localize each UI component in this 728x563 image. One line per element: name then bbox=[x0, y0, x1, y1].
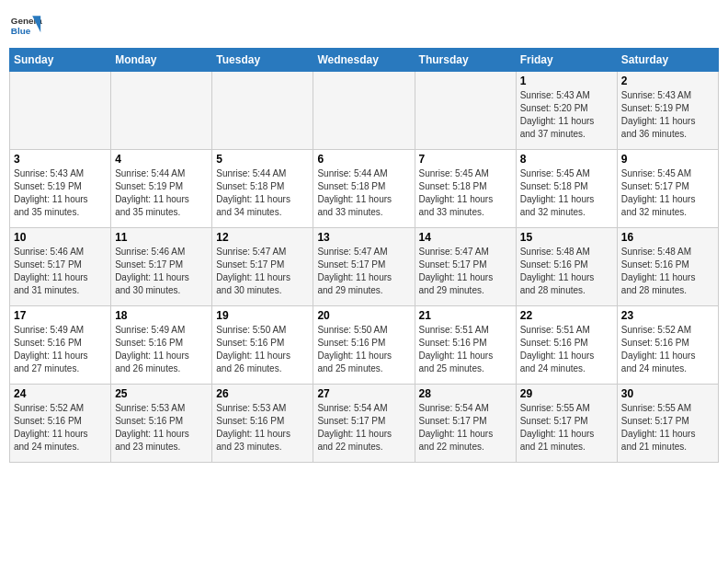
day-number: 1 bbox=[520, 75, 613, 87]
logo-icon: General Blue bbox=[9, 9, 42, 42]
calendar-cell: 3Sunrise: 5:43 AM Sunset: 5:19 PM Daylig… bbox=[10, 150, 111, 228]
day-info: Sunrise: 5:53 AM Sunset: 5:16 PM Dayligh… bbox=[216, 402, 309, 454]
calendar-cell: 6Sunrise: 5:44 AM Sunset: 5:18 PM Daylig… bbox=[313, 150, 415, 228]
day-number: 19 bbox=[216, 309, 309, 322]
day-header-thursday: Thursday bbox=[415, 49, 516, 72]
day-header-wednesday: Wednesday bbox=[313, 49, 415, 72]
calendar-header-row: SundayMondayTuesdayWednesdayThursdayFrid… bbox=[10, 49, 719, 72]
page-header: General Blue bbox=[9, 9, 719, 42]
day-info: Sunrise: 5:47 AM Sunset: 5:17 PM Dayligh… bbox=[317, 246, 410, 297]
day-info: Sunrise: 5:43 AM Sunset: 5:19 PM Dayligh… bbox=[621, 89, 714, 141]
calendar-cell: 24Sunrise: 5:52 AM Sunset: 5:16 PM Dayli… bbox=[10, 385, 111, 463]
calendar-week-row: 3Sunrise: 5:43 AM Sunset: 5:19 PM Daylig… bbox=[10, 150, 719, 228]
day-number: 11 bbox=[115, 231, 208, 244]
day-header-saturday: Saturday bbox=[617, 49, 718, 72]
day-number: 25 bbox=[115, 387, 208, 400]
day-info: Sunrise: 5:46 AM Sunset: 5:17 PM Dayligh… bbox=[14, 246, 107, 297]
day-number: 2 bbox=[621, 75, 714, 87]
calendar-cell bbox=[111, 72, 212, 150]
day-info: Sunrise: 5:55 AM Sunset: 5:17 PM Dayligh… bbox=[520, 402, 613, 454]
calendar-cell: 28Sunrise: 5:54 AM Sunset: 5:17 PM Dayli… bbox=[415, 385, 516, 463]
day-info: Sunrise: 5:45 AM Sunset: 5:18 PM Dayligh… bbox=[419, 167, 512, 219]
day-info: Sunrise: 5:47 AM Sunset: 5:17 PM Dayligh… bbox=[216, 246, 309, 297]
calendar-cell: 15Sunrise: 5:48 AM Sunset: 5:16 PM Dayli… bbox=[516, 228, 617, 306]
day-number: 24 bbox=[14, 387, 107, 400]
day-number: 12 bbox=[216, 231, 309, 244]
calendar-cell: 30Sunrise: 5:55 AM Sunset: 5:17 PM Dayli… bbox=[617, 385, 718, 463]
calendar-week-row: 1Sunrise: 5:43 AM Sunset: 5:20 PM Daylig… bbox=[10, 72, 719, 150]
calendar-cell: 23Sunrise: 5:52 AM Sunset: 5:16 PM Dayli… bbox=[617, 306, 718, 385]
day-number: 9 bbox=[621, 153, 714, 166]
day-info: Sunrise: 5:51 AM Sunset: 5:16 PM Dayligh… bbox=[419, 324, 512, 375]
day-number: 6 bbox=[317, 153, 410, 166]
calendar-cell: 9Sunrise: 5:45 AM Sunset: 5:17 PM Daylig… bbox=[617, 150, 718, 228]
calendar-week-row: 17Sunrise: 5:49 AM Sunset: 5:16 PM Dayli… bbox=[10, 306, 719, 385]
day-number: 13 bbox=[317, 231, 410, 244]
day-info: Sunrise: 5:48 AM Sunset: 5:16 PM Dayligh… bbox=[621, 246, 714, 297]
day-number: 28 bbox=[419, 387, 512, 400]
day-info: Sunrise: 5:46 AM Sunset: 5:17 PM Dayligh… bbox=[115, 246, 208, 297]
day-number: 27 bbox=[317, 387, 410, 400]
day-info: Sunrise: 5:47 AM Sunset: 5:17 PM Dayligh… bbox=[419, 246, 512, 297]
day-info: Sunrise: 5:43 AM Sunset: 5:20 PM Dayligh… bbox=[520, 89, 613, 141]
calendar-cell: 20Sunrise: 5:50 AM Sunset: 5:16 PM Dayli… bbox=[313, 306, 415, 385]
day-info: Sunrise: 5:49 AM Sunset: 5:16 PM Dayligh… bbox=[115, 324, 208, 375]
day-number: 18 bbox=[115, 309, 208, 322]
day-info: Sunrise: 5:43 AM Sunset: 5:19 PM Dayligh… bbox=[14, 167, 107, 219]
calendar-cell: 16Sunrise: 5:48 AM Sunset: 5:16 PM Dayli… bbox=[617, 228, 718, 306]
calendar-cell: 4Sunrise: 5:44 AM Sunset: 5:19 PM Daylig… bbox=[111, 150, 212, 228]
calendar-cell bbox=[415, 72, 516, 150]
day-number: 29 bbox=[520, 387, 613, 400]
day-info: Sunrise: 5:44 AM Sunset: 5:18 PM Dayligh… bbox=[317, 167, 410, 219]
calendar-cell: 29Sunrise: 5:55 AM Sunset: 5:17 PM Dayli… bbox=[516, 385, 617, 463]
day-number: 23 bbox=[621, 309, 714, 322]
day-number: 21 bbox=[419, 309, 512, 322]
day-info: Sunrise: 5:50 AM Sunset: 5:16 PM Dayligh… bbox=[216, 324, 309, 375]
calendar-cell bbox=[212, 72, 313, 150]
day-info: Sunrise: 5:48 AM Sunset: 5:16 PM Dayligh… bbox=[520, 246, 613, 297]
day-info: Sunrise: 5:45 AM Sunset: 5:18 PM Dayligh… bbox=[520, 167, 613, 219]
calendar-cell bbox=[313, 72, 415, 150]
calendar-week-row: 10Sunrise: 5:46 AM Sunset: 5:17 PM Dayli… bbox=[10, 228, 719, 306]
day-info: Sunrise: 5:44 AM Sunset: 5:18 PM Dayligh… bbox=[216, 167, 309, 219]
calendar-cell: 17Sunrise: 5:49 AM Sunset: 5:16 PM Dayli… bbox=[10, 306, 111, 385]
calendar-cell: 1Sunrise: 5:43 AM Sunset: 5:20 PM Daylig… bbox=[516, 72, 617, 150]
day-header-monday: Monday bbox=[111, 49, 212, 72]
calendar-cell: 5Sunrise: 5:44 AM Sunset: 5:18 PM Daylig… bbox=[212, 150, 313, 228]
calendar-cell: 26Sunrise: 5:53 AM Sunset: 5:16 PM Dayli… bbox=[212, 385, 313, 463]
day-info: Sunrise: 5:51 AM Sunset: 5:16 PM Dayligh… bbox=[520, 324, 613, 375]
calendar-cell: 19Sunrise: 5:50 AM Sunset: 5:16 PM Dayli… bbox=[212, 306, 313, 385]
calendar-cell: 11Sunrise: 5:46 AM Sunset: 5:17 PM Dayli… bbox=[111, 228, 212, 306]
logo: General Blue bbox=[9, 9, 42, 42]
day-header-friday: Friday bbox=[516, 49, 617, 72]
day-number: 16 bbox=[621, 231, 714, 244]
calendar-cell: 14Sunrise: 5:47 AM Sunset: 5:17 PM Dayli… bbox=[415, 228, 516, 306]
day-number: 20 bbox=[317, 309, 410, 322]
day-info: Sunrise: 5:45 AM Sunset: 5:17 PM Dayligh… bbox=[621, 167, 714, 219]
calendar-cell: 12Sunrise: 5:47 AM Sunset: 5:17 PM Dayli… bbox=[212, 228, 313, 306]
day-number: 3 bbox=[14, 153, 107, 166]
calendar-cell: 25Sunrise: 5:53 AM Sunset: 5:16 PM Dayli… bbox=[111, 385, 212, 463]
day-info: Sunrise: 5:52 AM Sunset: 5:16 PM Dayligh… bbox=[621, 324, 714, 375]
calendar-table: SundayMondayTuesdayWednesdayThursdayFrid… bbox=[9, 48, 719, 463]
svg-text:Blue: Blue bbox=[11, 26, 31, 36]
day-number: 7 bbox=[419, 153, 512, 166]
day-number: 8 bbox=[520, 153, 613, 166]
calendar-cell bbox=[10, 72, 111, 150]
day-number: 17 bbox=[14, 309, 107, 322]
calendar-cell: 10Sunrise: 5:46 AM Sunset: 5:17 PM Dayli… bbox=[10, 228, 111, 306]
day-header-tuesday: Tuesday bbox=[212, 49, 313, 72]
calendar-cell: 21Sunrise: 5:51 AM Sunset: 5:16 PM Dayli… bbox=[415, 306, 516, 385]
calendar-cell: 22Sunrise: 5:51 AM Sunset: 5:16 PM Dayli… bbox=[516, 306, 617, 385]
day-info: Sunrise: 5:52 AM Sunset: 5:16 PM Dayligh… bbox=[14, 402, 107, 454]
day-info: Sunrise: 5:55 AM Sunset: 5:17 PM Dayligh… bbox=[621, 402, 714, 454]
day-number: 5 bbox=[216, 153, 309, 166]
calendar-cell: 18Sunrise: 5:49 AM Sunset: 5:16 PM Dayli… bbox=[111, 306, 212, 385]
day-number: 15 bbox=[520, 231, 613, 244]
day-info: Sunrise: 5:50 AM Sunset: 5:16 PM Dayligh… bbox=[317, 324, 410, 375]
day-info: Sunrise: 5:44 AM Sunset: 5:19 PM Dayligh… bbox=[115, 167, 208, 219]
day-number: 4 bbox=[115, 153, 208, 166]
day-number: 10 bbox=[14, 231, 107, 244]
day-info: Sunrise: 5:54 AM Sunset: 5:17 PM Dayligh… bbox=[419, 402, 512, 454]
calendar-cell: 2Sunrise: 5:43 AM Sunset: 5:19 PM Daylig… bbox=[617, 72, 718, 150]
